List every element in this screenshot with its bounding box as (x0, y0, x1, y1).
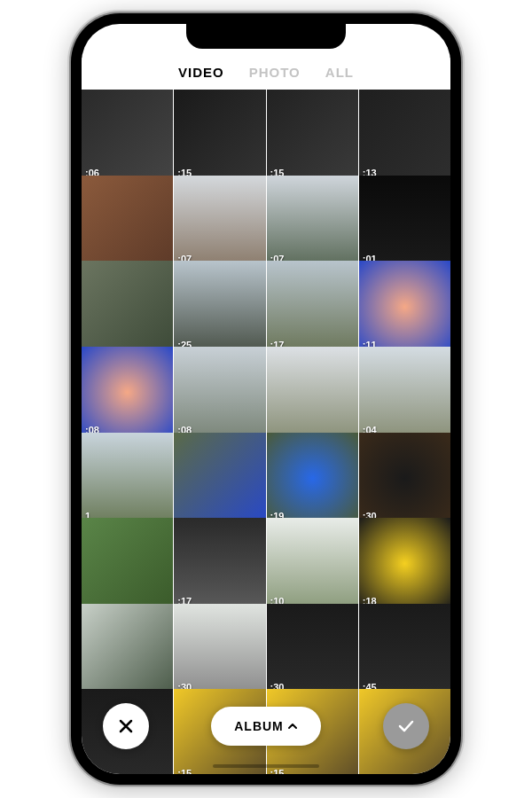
thumbnail-image (82, 261, 173, 352)
close-button[interactable] (103, 703, 149, 749)
video-thumbnail[interactable]: :10 (267, 518, 358, 609)
home-indicator[interactable] (213, 764, 319, 768)
filter-tabs: VIDEO PHOTO ALL (82, 58, 450, 89)
video-thumbnail[interactable] (174, 433, 265, 524)
phone-frame: VIDEO PHOTO ALL :06:15:15:13:07:07:01:25… (71, 13, 461, 785)
video-thumbnail[interactable]: 1 (82, 433, 173, 524)
tab-video[interactable]: VIDEO (178, 65, 224, 80)
video-thumbnail[interactable]: :30 (267, 604, 358, 695)
video-thumbnail[interactable]: :06 (82, 90, 173, 181)
video-thumbnail[interactable]: :07 (267, 176, 358, 267)
phone-screen: VIDEO PHOTO ALL :06:15:15:13:07:07:01:25… (82, 24, 450, 774)
thumbnail-image (82, 176, 173, 267)
video-thumbnail[interactable] (82, 604, 173, 695)
thumbnail-image (82, 433, 173, 524)
video-thumbnail[interactable]: :15 (174, 90, 265, 181)
tab-photo[interactable]: PHOTO (249, 65, 301, 80)
video-thumbnail[interactable]: :01 (359, 176, 450, 267)
video-thumbnail[interactable]: :08 (82, 347, 173, 438)
thumbnail-image (174, 433, 265, 524)
close-icon (117, 717, 135, 735)
bottom-bar: ALBUM (82, 703, 450, 749)
video-duration: :15 (270, 768, 285, 774)
video-thumbnail[interactable] (82, 261, 173, 352)
video-thumbnail[interactable]: :45 (359, 604, 450, 695)
video-thumbnail[interactable]: :17 (174, 518, 265, 609)
video-thumbnail[interactable]: :18 (359, 518, 450, 609)
video-thumbnail[interactable]: :25 (174, 261, 265, 352)
thumbnail-image (82, 518, 173, 609)
album-button[interactable]: ALBUM (211, 707, 321, 746)
video-thumbnail[interactable]: :08 (174, 347, 265, 438)
chevron-up-icon (287, 721, 298, 732)
video-duration: :15 (177, 768, 192, 774)
thumbnail-image (267, 347, 358, 438)
video-thumbnail[interactable]: :11 (359, 261, 450, 352)
video-thumbnail[interactable] (82, 518, 173, 609)
video-thumbnail[interactable]: :30 (174, 604, 265, 695)
video-thumbnail[interactable]: :15 (267, 90, 358, 181)
thumbnail-image (82, 604, 173, 695)
notch (186, 24, 346, 49)
video-thumbnail[interactable] (82, 176, 173, 267)
video-thumbnail[interactable] (267, 347, 358, 438)
album-label: ALBUM (234, 719, 284, 733)
video-thumbnail[interactable]: :30 (359, 433, 450, 524)
video-thumbnail[interactable]: :04 (359, 347, 450, 438)
video-thumbnail[interactable]: :17 (267, 261, 358, 352)
video-thumbnail[interactable]: :19 (267, 433, 358, 524)
tab-all[interactable]: ALL (325, 65, 354, 80)
video-thumbnail[interactable]: :13 (359, 90, 450, 181)
confirm-button[interactable] (383, 703, 429, 749)
video-grid[interactable]: :06:15:15:13:07:07:01:25:17:11:08:08:041… (82, 90, 450, 774)
video-thumbnail[interactable]: :07 (174, 176, 265, 267)
video-duration: 7 (85, 768, 90, 774)
check-icon (396, 716, 416, 736)
